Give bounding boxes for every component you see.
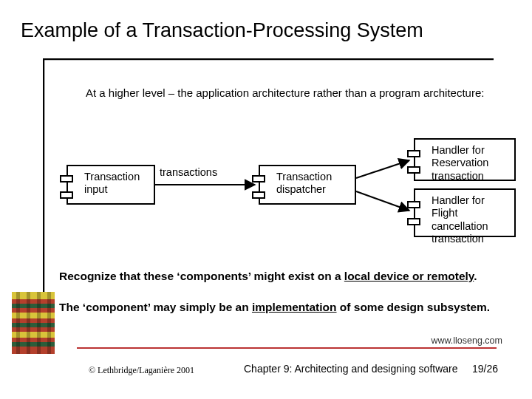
text: . [474, 270, 477, 282]
component-tab-icon [407, 201, 420, 208]
component-tab-icon [407, 218, 420, 225]
page-number: 19/26 [472, 363, 498, 375]
component-tab-icon [60, 191, 73, 199]
text-underlined: implementation [252, 301, 337, 313]
component-tab-icon [252, 191, 265, 199]
component-label: Handler for Flight cancellation transact… [432, 194, 510, 246]
bottom-rule [77, 347, 497, 349]
svg-rect-10 [16, 292, 20, 354]
svg-line-1 [356, 160, 409, 178]
component-tab-icon [60, 175, 73, 183]
rule-horizontal [43, 58, 494, 61]
component-tab-icon [252, 175, 265, 183]
url-text: www.lloseng.com [431, 335, 502, 346]
svg-rect-12 [37, 292, 41, 354]
slide: Example of a Transaction-Processing Syst… [0, 0, 532, 399]
copyright: © Lethbridge/Laganière 2001 [89, 365, 194, 376]
component-handler-cancellation: Handler for Flight cancellation transact… [414, 188, 516, 237]
svg-rect-11 [27, 292, 30, 354]
chapter-title: Chapter 9: Architecting and designing so… [244, 363, 458, 375]
component-tab-icon [407, 166, 420, 174]
subtitle: At a higher level – the application arch… [86, 86, 484, 99]
component-label: Handler for Reservation transaction [432, 144, 510, 183]
arrow-label: transactions [160, 166, 217, 178]
paragraph-2: The ‘component’ may simply be an impleme… [59, 301, 510, 314]
paragraph-1: Recognize that these ‘components’ might … [59, 270, 510, 283]
decorative-texture [12, 292, 55, 354]
diagram: transactions Transaction input Transacti… [59, 115, 517, 255]
component-transaction-input: Transaction input [66, 165, 155, 205]
text-underlined: local device or remotely [344, 270, 474, 282]
component-label: Transaction dispatcher [276, 171, 350, 197]
text: of some design subsystem. [337, 301, 491, 313]
slide-title: Example of a Transaction-Processing Syst… [21, 19, 423, 42]
svg-line-2 [356, 191, 409, 211]
component-tab-icon [407, 150, 420, 157]
component-handler-reservation: Handler for Reservation transaction [414, 138, 516, 181]
text: The ‘component’ may simply be an [59, 301, 252, 313]
component-transaction-dispatcher: Transaction dispatcher [259, 165, 356, 205]
component-label: Transaction input [84, 171, 149, 197]
svg-rect-13 [47, 292, 51, 354]
text: Recognize that these ‘components’ might … [59, 270, 344, 282]
